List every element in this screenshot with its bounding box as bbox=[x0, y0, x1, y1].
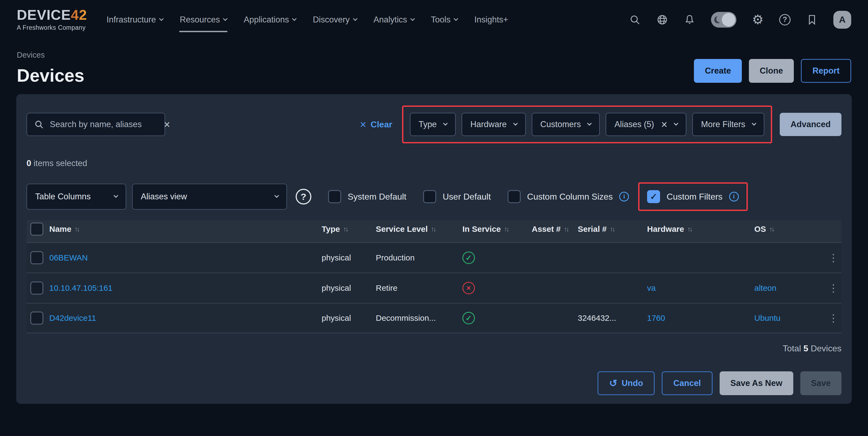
os-link[interactable]: alteon bbox=[754, 283, 825, 293]
filter-customers-dropdown[interactable]: Customers bbox=[532, 113, 600, 136]
checkbox-user-default[interactable]: User Default bbox=[423, 190, 491, 203]
type-cell: physical bbox=[322, 313, 376, 323]
chevron-down-icon bbox=[454, 16, 458, 21]
column-header-name[interactable]: Name↑↓ bbox=[49, 225, 322, 234]
chevron-down-icon bbox=[674, 121, 679, 126]
column-header-type[interactable]: Type↑↓ bbox=[322, 225, 376, 234]
main-nav: Infrastructure Resources Applications Di… bbox=[106, 11, 508, 28]
info-icon[interactable]: i bbox=[729, 192, 739, 201]
report-button[interactable]: Report bbox=[801, 59, 851, 83]
os-link[interactable]: Ubuntu bbox=[754, 313, 825, 323]
advanced-button[interactable]: Advanced bbox=[780, 113, 841, 136]
hardware-link[interactable]: 1760 bbox=[647, 313, 754, 323]
sort-icon: ↑↓ bbox=[504, 225, 508, 233]
nav-applications[interactable]: Applications bbox=[243, 11, 297, 28]
create-button[interactable]: Create bbox=[694, 59, 742, 83]
nav-infrastructure[interactable]: Infrastructure bbox=[106, 11, 163, 28]
page-title: Devices bbox=[17, 67, 85, 85]
filter-aliases-dropdown[interactable]: Aliases (5)× bbox=[606, 113, 686, 136]
footer-actions: ↺Undo Cancel Save As New Save bbox=[27, 371, 841, 395]
remove-filter-icon[interactable]: × bbox=[661, 119, 668, 130]
devices-table: Name↑↓ Type↑↓ Service Level↑↓ In Service… bbox=[27, 220, 841, 333]
notifications-bell-icon[interactable] bbox=[684, 14, 695, 26]
bookmark-icon[interactable] bbox=[806, 14, 818, 26]
search-input[interactable] bbox=[50, 120, 158, 129]
header-buttons: Create Clone Report bbox=[694, 59, 851, 83]
undo-button[interactable]: ↺Undo bbox=[597, 371, 655, 395]
table-columns-dropdown[interactable]: Table Columns bbox=[27, 183, 126, 210]
cancel-button[interactable]: Cancel bbox=[662, 371, 713, 395]
nav-discovery[interactable]: Discovery bbox=[312, 11, 357, 28]
total-devices: Total 5 Devices bbox=[27, 343, 841, 354]
column-header-service-level[interactable]: Service Level↑↓ bbox=[376, 225, 462, 234]
in-service-status-icon bbox=[462, 251, 532, 264]
breadcrumb[interactable]: Devices bbox=[17, 51, 85, 60]
column-header-asset[interactable]: Asset #↑↓ bbox=[532, 225, 578, 234]
help-circle-icon[interactable]: ? bbox=[296, 189, 311, 204]
chevron-down-icon bbox=[751, 121, 756, 126]
select-all-checkbox[interactable] bbox=[30, 223, 43, 236]
clear-filters-button[interactable]: × Clear bbox=[360, 119, 392, 130]
chevron-down-icon bbox=[159, 16, 164, 21]
device-name-link[interactable]: 06BEWAN bbox=[49, 253, 322, 262]
nav-resources[interactable]: Resources bbox=[179, 11, 227, 28]
toggle-knob bbox=[722, 13, 735, 27]
info-icon[interactable]: i bbox=[619, 192, 629, 201]
device-name-link[interactable]: 10.10.47.105:161 bbox=[49, 283, 322, 293]
column-header-hardware[interactable]: Hardware↑↓ bbox=[647, 225, 754, 234]
service-level-cell: Production bbox=[376, 253, 462, 262]
checkbox-box-checked[interactable]: ✓ bbox=[647, 190, 660, 203]
moon-icon bbox=[714, 16, 721, 23]
undo-icon: ↺ bbox=[609, 378, 617, 388]
column-header-in-service[interactable]: In Service↑↓ bbox=[462, 225, 532, 234]
globe-icon[interactable] bbox=[656, 14, 668, 26]
search-box: × bbox=[27, 113, 165, 136]
row-checkbox[interactable] bbox=[30, 251, 43, 264]
search-icon[interactable] bbox=[629, 14, 641, 26]
row-menu-kebab-icon[interactable]: ⋮ bbox=[825, 312, 841, 324]
topbar: DEVICE42 A Freshworks Company Infrastruc… bbox=[0, 0, 868, 39]
chevron-down-icon bbox=[587, 121, 592, 126]
view-controls: Table Columns Aliases view ? System Defa… bbox=[27, 182, 841, 211]
in-service-status-icon bbox=[462, 282, 532, 294]
nav-analytics[interactable]: Analytics bbox=[373, 11, 415, 28]
service-level-cell: Decommission... bbox=[376, 313, 462, 323]
row-menu-kebab-icon[interactable]: ⋮ bbox=[825, 282, 841, 294]
checkbox-system-default[interactable]: System Default bbox=[328, 190, 406, 203]
nav-tools[interactable]: Tools bbox=[431, 11, 458, 28]
checkbox-box[interactable] bbox=[508, 190, 521, 203]
dark-mode-toggle[interactable] bbox=[711, 12, 737, 28]
checkbox-box[interactable] bbox=[423, 190, 436, 203]
column-header-serial[interactable]: Serial #↑↓ bbox=[578, 225, 647, 234]
checkbox-custom-column-sizes[interactable]: Custom Column Sizes i bbox=[508, 190, 629, 203]
clear-search-icon[interactable]: × bbox=[164, 119, 170, 130]
in-service-status-icon bbox=[462, 312, 532, 324]
chevron-down-icon bbox=[223, 16, 228, 21]
row-menu-kebab-icon[interactable]: ⋮ bbox=[825, 252, 841, 264]
clone-button[interactable]: Clone bbox=[749, 59, 794, 83]
settings-gear-icon[interactable]: ⚙ bbox=[752, 14, 764, 26]
save-button[interactable]: Save bbox=[800, 371, 841, 395]
column-header-os[interactable]: OS↑↓ bbox=[754, 225, 825, 234]
row-checkbox[interactable] bbox=[30, 311, 43, 325]
view-select[interactable]: Aliases view bbox=[132, 183, 287, 210]
device-name-link[interactable]: D42device11 bbox=[49, 313, 322, 323]
sort-icon: ↑↓ bbox=[431, 225, 435, 233]
filter-hardware-dropdown[interactable]: Hardware bbox=[462, 113, 526, 136]
row-checkbox[interactable] bbox=[30, 281, 43, 295]
hardware-link[interactable]: va bbox=[647, 283, 754, 293]
user-avatar[interactable]: A bbox=[833, 11, 851, 29]
checkbox-box[interactable] bbox=[328, 190, 341, 203]
logo-wordmark: DEVICE42 bbox=[17, 8, 87, 22]
chevron-down-icon bbox=[513, 121, 518, 126]
device42-logo[interactable]: DEVICE42 A Freshworks Company bbox=[17, 8, 87, 31]
save-as-new-button[interactable]: Save As New bbox=[720, 371, 793, 395]
help-icon[interactable]: ? bbox=[779, 14, 790, 26]
checkbox-custom-filters[interactable]: ✓ Custom Filters i bbox=[647, 190, 739, 203]
chevron-down-icon bbox=[443, 121, 448, 126]
selection-count: 0 items selected bbox=[27, 159, 841, 168]
nav-insights-plus[interactable]: Insights+ bbox=[474, 11, 509, 28]
sort-icon: ↑↓ bbox=[343, 225, 348, 233]
more-filters-dropdown[interactable]: More Filters bbox=[692, 113, 764, 136]
filter-type-dropdown[interactable]: Type bbox=[410, 113, 456, 136]
